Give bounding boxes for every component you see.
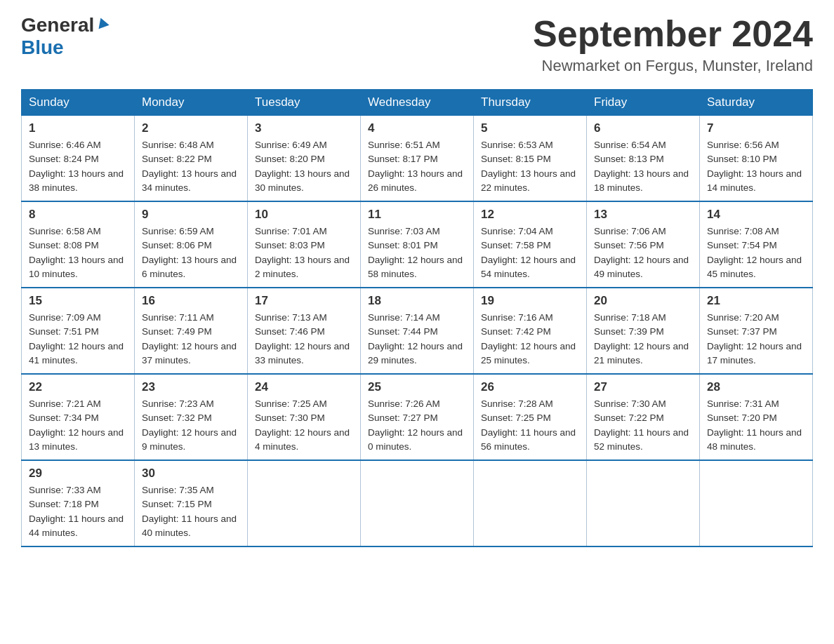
day-info: Sunrise: 6:56 AMSunset: 8:10 PMDaylight:… <box>707 138 805 195</box>
day-info: Sunrise: 6:49 AMSunset: 8:20 PMDaylight:… <box>255 138 353 195</box>
calendar-cell <box>474 460 587 546</box>
day-info: Sunrise: 7:16 AMSunset: 7:42 PMDaylight:… <box>481 311 579 368</box>
calendar-header-sunday: Sunday <box>22 90 135 116</box>
calendar-cell <box>587 460 700 546</box>
calendar-cell: 18Sunrise: 7:14 AMSunset: 7:44 PMDayligh… <box>361 288 474 374</box>
logo-arrow-icon <box>95 18 110 32</box>
calendar-cell: 25Sunrise: 7:26 AMSunset: 7:27 PMDayligh… <box>361 374 474 460</box>
calendar-cell: 2Sunrise: 6:48 AMSunset: 8:22 PMDaylight… <box>135 116 248 202</box>
calendar-cell: 23Sunrise: 7:23 AMSunset: 7:32 PMDayligh… <box>135 374 248 460</box>
calendar-cell: 5Sunrise: 6:53 AMSunset: 8:15 PMDaylight… <box>474 116 587 202</box>
calendar-cell: 22Sunrise: 7:21 AMSunset: 7:34 PMDayligh… <box>22 374 135 460</box>
day-info: Sunrise: 7:03 AMSunset: 8:01 PMDaylight:… <box>368 224 466 281</box>
day-info: Sunrise: 7:18 AMSunset: 7:39 PMDaylight:… <box>594 311 692 368</box>
calendar-cell: 3Sunrise: 6:49 AMSunset: 8:20 PMDaylight… <box>248 116 361 202</box>
day-info: Sunrise: 6:58 AMSunset: 8:08 PMDaylight:… <box>29 224 127 281</box>
title-area: September 2024 Newmarket on Fergus, Muns… <box>533 14 813 75</box>
day-number: 13 <box>594 208 692 222</box>
calendar-cell: 1Sunrise: 6:46 AMSunset: 8:24 PMDaylight… <box>22 116 135 202</box>
calendar-cell: 13Sunrise: 7:06 AMSunset: 7:56 PMDayligh… <box>587 201 700 288</box>
calendar-header-thursday: Thursday <box>474 90 587 116</box>
day-number: 15 <box>29 294 127 308</box>
calendar-header-tuesday: Tuesday <box>248 90 361 116</box>
day-number: 17 <box>255 294 353 308</box>
calendar-cell: 26Sunrise: 7:28 AMSunset: 7:25 PMDayligh… <box>474 374 587 460</box>
day-number: 7 <box>707 121 805 135</box>
day-info: Sunrise: 7:08 AMSunset: 7:54 PMDaylight:… <box>707 224 805 281</box>
day-info: Sunrise: 7:35 AMSunset: 7:15 PMDaylight:… <box>142 483 240 540</box>
day-number: 27 <box>594 380 692 394</box>
calendar-header-friday: Friday <box>587 90 700 116</box>
day-number: 2 <box>142 121 240 135</box>
calendar-cell: 6Sunrise: 6:54 AMSunset: 8:13 PMDaylight… <box>587 116 700 202</box>
day-info: Sunrise: 7:13 AMSunset: 7:46 PMDaylight:… <box>255 311 353 368</box>
calendar-week-row: 8Sunrise: 6:58 AMSunset: 8:08 PMDaylight… <box>22 201 813 288</box>
calendar-cell: 10Sunrise: 7:01 AMSunset: 8:03 PMDayligh… <box>248 201 361 288</box>
day-info: Sunrise: 7:25 AMSunset: 7:30 PMDaylight:… <box>255 397 353 454</box>
day-number: 16 <box>142 294 240 308</box>
day-info: Sunrise: 7:21 AMSunset: 7:34 PMDaylight:… <box>29 397 127 454</box>
day-number: 11 <box>368 208 466 222</box>
calendar-week-row: 15Sunrise: 7:09 AMSunset: 7:51 PMDayligh… <box>22 288 813 374</box>
day-number: 28 <box>707 380 805 394</box>
day-number: 1 <box>29 121 127 135</box>
day-info: Sunrise: 6:51 AMSunset: 8:17 PMDaylight:… <box>368 138 466 195</box>
calendar-cell: 11Sunrise: 7:03 AMSunset: 8:01 PMDayligh… <box>361 201 474 288</box>
day-info: Sunrise: 6:54 AMSunset: 8:13 PMDaylight:… <box>594 138 692 195</box>
day-number: 23 <box>142 380 240 394</box>
page-header: General Blue September 2024 Newmarket on… <box>21 14 813 75</box>
calendar-cell: 24Sunrise: 7:25 AMSunset: 7:30 PMDayligh… <box>248 374 361 460</box>
day-number: 10 <box>255 208 353 222</box>
calendar-cell: 21Sunrise: 7:20 AMSunset: 7:37 PMDayligh… <box>700 288 813 374</box>
day-info: Sunrise: 6:46 AMSunset: 8:24 PMDaylight:… <box>29 138 127 195</box>
day-info: Sunrise: 6:59 AMSunset: 8:06 PMDaylight:… <box>142 224 240 281</box>
day-info: Sunrise: 6:53 AMSunset: 8:15 PMDaylight:… <box>481 138 579 195</box>
calendar-cell: 4Sunrise: 6:51 AMSunset: 8:17 PMDaylight… <box>361 116 474 202</box>
logo-general-text: General <box>21 14 94 36</box>
day-number: 26 <box>481 380 579 394</box>
calendar-cell: 27Sunrise: 7:30 AMSunset: 7:22 PMDayligh… <box>587 374 700 460</box>
day-info: Sunrise: 7:31 AMSunset: 7:20 PMDaylight:… <box>707 397 805 454</box>
calendar-cell: 15Sunrise: 7:09 AMSunset: 7:51 PMDayligh… <box>22 288 135 374</box>
calendar-cell <box>248 460 361 546</box>
day-number: 19 <box>481 294 579 308</box>
day-number: 4 <box>368 121 466 135</box>
day-number: 6 <box>594 121 692 135</box>
calendar-cell <box>700 460 813 546</box>
calendar-cell: 16Sunrise: 7:11 AMSunset: 7:49 PMDayligh… <box>135 288 248 374</box>
day-number: 3 <box>255 121 353 135</box>
day-number: 30 <box>142 467 240 481</box>
day-number: 12 <box>481 208 579 222</box>
calendar-week-row: 29Sunrise: 7:33 AMSunset: 7:18 PMDayligh… <box>22 460 813 546</box>
day-number: 29 <box>29 467 127 481</box>
day-number: 18 <box>368 294 466 308</box>
day-info: Sunrise: 7:28 AMSunset: 7:25 PMDaylight:… <box>481 397 579 454</box>
calendar-cell: 7Sunrise: 6:56 AMSunset: 8:10 PMDaylight… <box>700 116 813 202</box>
month-title: September 2024 <box>533 14 813 54</box>
day-number: 14 <box>707 208 805 222</box>
calendar-cell <box>361 460 474 546</box>
calendar-cell: 14Sunrise: 7:08 AMSunset: 7:54 PMDayligh… <box>700 201 813 288</box>
day-info: Sunrise: 7:09 AMSunset: 7:51 PMDaylight:… <box>29 311 127 368</box>
calendar-cell: 12Sunrise: 7:04 AMSunset: 7:58 PMDayligh… <box>474 201 587 288</box>
day-number: 21 <box>707 294 805 308</box>
calendar-cell: 28Sunrise: 7:31 AMSunset: 7:20 PMDayligh… <box>700 374 813 460</box>
calendar-week-row: 22Sunrise: 7:21 AMSunset: 7:34 PMDayligh… <box>22 374 813 460</box>
day-info: Sunrise: 7:33 AMSunset: 7:18 PMDaylight:… <box>29 483 127 540</box>
day-info: Sunrise: 7:23 AMSunset: 7:32 PMDaylight:… <box>142 397 240 454</box>
calendar-header-row: SundayMondayTuesdayWednesdayThursdayFrid… <box>22 90 813 116</box>
day-info: Sunrise: 6:48 AMSunset: 8:22 PMDaylight:… <box>142 138 240 195</box>
calendar-header-monday: Monday <box>135 90 248 116</box>
day-info: Sunrise: 7:04 AMSunset: 7:58 PMDaylight:… <box>481 224 579 281</box>
day-number: 9 <box>142 208 240 222</box>
logo-blue-text: Blue <box>21 36 64 59</box>
day-number: 8 <box>29 208 127 222</box>
location-title: Newmarket on Fergus, Munster, Ireland <box>533 57 813 75</box>
calendar-header-saturday: Saturday <box>700 90 813 116</box>
day-number: 22 <box>29 380 127 394</box>
day-info: Sunrise: 7:06 AMSunset: 7:56 PMDaylight:… <box>594 224 692 281</box>
calendar-cell: 20Sunrise: 7:18 AMSunset: 7:39 PMDayligh… <box>587 288 700 374</box>
calendar-cell: 17Sunrise: 7:13 AMSunset: 7:46 PMDayligh… <box>248 288 361 374</box>
day-number: 5 <box>481 121 579 135</box>
day-number: 24 <box>255 380 353 394</box>
